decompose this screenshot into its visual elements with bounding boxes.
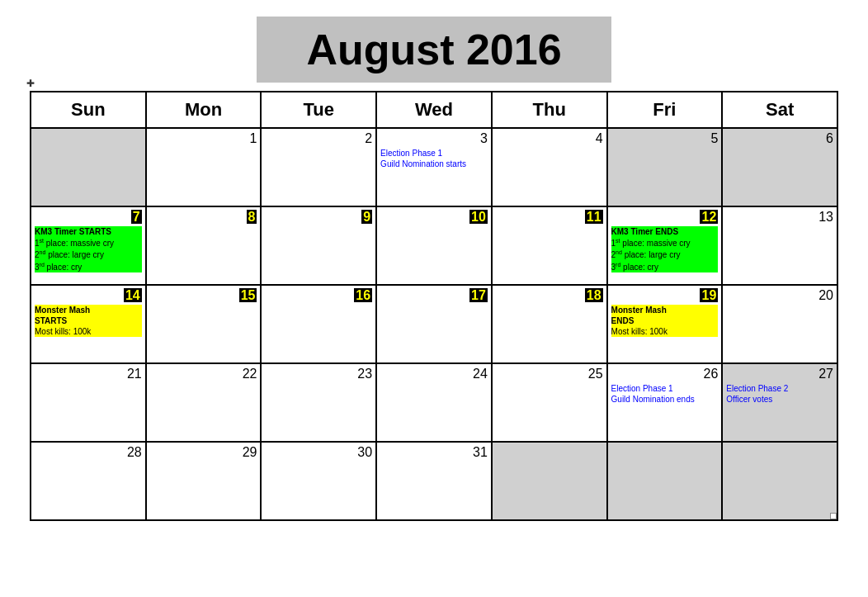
day-number: 17 bbox=[380, 288, 488, 303]
event-yellow-label: Monster Mash bbox=[611, 305, 719, 315]
event-green-body: 3rd place: cry bbox=[35, 261, 142, 272]
day-number: 22 bbox=[150, 367, 257, 381]
event-yellow-label: Monster Mash bbox=[35, 305, 142, 315]
calendar-day-header: Mon bbox=[146, 92, 262, 128]
calendar-day-header: Fri bbox=[607, 92, 723, 128]
calendar-day-header: Thu bbox=[492, 92, 607, 128]
event-blue: Guild Nomination ends bbox=[611, 394, 719, 405]
day-number: 28 bbox=[35, 445, 142, 460]
event-green-label: KM3 Timer ENDS bbox=[611, 226, 719, 237]
calendar-week-row: 28293031 bbox=[31, 442, 837, 520]
calendar-cell: 29 bbox=[146, 442, 262, 520]
calendar-cell: 16 bbox=[261, 285, 376, 363]
page-title: August 2016 bbox=[306, 26, 561, 73]
day-number: 1 bbox=[150, 131, 257, 146]
calendar-cell: 23 bbox=[261, 363, 376, 442]
event-yellow-body: Most kills: 100k bbox=[35, 326, 142, 337]
calendar-cell: 24 bbox=[376, 363, 492, 442]
event-green-label: KM3 Timer STARTS bbox=[35, 226, 142, 237]
calendar-week-row: 212223242526Election Phase 1Guild Nomina… bbox=[31, 363, 837, 442]
calendar-cell: 14Monster MashSTARTSMost kills: 100k bbox=[31, 285, 146, 363]
calendar-cell: 27Election Phase 2Officer votes bbox=[722, 363, 837, 442]
calendar-cell: 22 bbox=[146, 363, 262, 442]
calendar-day-header: Tue bbox=[261, 92, 376, 128]
calendar-week-row: 123Election Phase 1Guild Nomination star… bbox=[31, 128, 837, 206]
calendar-cell: 30 bbox=[261, 442, 376, 520]
day-number: 25 bbox=[496, 367, 603, 381]
calendar-day-header: Sat bbox=[722, 92, 837, 128]
calendar-cell: 11 bbox=[492, 206, 607, 285]
calendar-cell: 19Monster MashENDSMost kills: 100k bbox=[607, 285, 723, 363]
calendar-body: 123Election Phase 1Guild Nomination star… bbox=[31, 128, 837, 520]
calendar-cell: 21 bbox=[31, 363, 146, 442]
day-number: 18 bbox=[496, 288, 603, 303]
event-blue: Election Phase 1 bbox=[380, 148, 488, 159]
calendar-cell: 7KM3 Timer STARTS1st place: massive cry2… bbox=[31, 206, 146, 285]
day-number: 20 bbox=[726, 288, 833, 303]
event-blue: Election Phase 1 bbox=[611, 383, 719, 394]
calendar-cell bbox=[31, 128, 146, 206]
event-green-body: 2nd place: large cry bbox=[35, 249, 142, 260]
calendar-cell: 5 bbox=[607, 128, 723, 206]
day-number: 13 bbox=[726, 210, 833, 225]
day-number: 31 bbox=[380, 445, 488, 460]
day-number: 26 bbox=[611, 367, 719, 381]
calendar-cell: 13 bbox=[722, 206, 837, 285]
day-number: 16 bbox=[265, 288, 372, 303]
calendar-cell: 8 bbox=[146, 206, 262, 285]
day-number: 2 bbox=[265, 131, 372, 146]
day-number: 3 bbox=[380, 131, 488, 146]
calendar-cell: 6 bbox=[722, 128, 837, 206]
day-number: 5 bbox=[611, 131, 719, 146]
move-icon: ✚ bbox=[26, 78, 35, 89]
cell-events: Election Phase 1Guild Nomination ends bbox=[611, 383, 719, 405]
day-number: 6 bbox=[726, 131, 833, 146]
calendar-cell: 9 bbox=[261, 206, 376, 285]
calendar-cell: 26Election Phase 1Guild Nomination ends bbox=[607, 363, 723, 442]
cell-events: Monster MashENDSMost kills: 100k bbox=[611, 305, 719, 337]
calendar-cell bbox=[607, 442, 723, 520]
day-number: 23 bbox=[265, 367, 372, 381]
calendar-cell: 31 bbox=[376, 442, 492, 520]
title-container: August 2016 bbox=[257, 17, 611, 83]
calendar-cell: 18 bbox=[492, 285, 607, 363]
event-blue: Guild Nomination starts bbox=[380, 159, 488, 169]
day-number: 8 bbox=[150, 210, 257, 225]
calendar-cell bbox=[492, 442, 607, 520]
calendar-week-row: 7KM3 Timer STARTS1st place: massive cry2… bbox=[31, 206, 837, 285]
calendar-table: SunMonTueWedThuFriSat 123Election Phase … bbox=[30, 91, 838, 521]
day-number: 4 bbox=[496, 131, 603, 146]
calendar-day-header: Wed bbox=[376, 92, 492, 128]
event-yellow-label: ENDS bbox=[611, 315, 719, 326]
event-blue: Officer votes bbox=[726, 394, 833, 405]
cell-events: Election Phase 1Guild Nomination starts bbox=[380, 148, 488, 169]
calendar-cell: 15 bbox=[146, 285, 262, 363]
day-number: 14 bbox=[35, 288, 142, 303]
calendar-cell: 1 bbox=[146, 128, 262, 206]
event-green-body: 2nd place: large cry bbox=[611, 249, 719, 260]
calendar-cell: 4 bbox=[492, 128, 607, 206]
day-number: 12 bbox=[611, 210, 719, 225]
calendar-cell: 25 bbox=[492, 363, 607, 442]
event-blue: Election Phase 2 bbox=[726, 383, 833, 394]
cell-events: KM3 Timer ENDS1st place: massive cry2nd … bbox=[611, 226, 719, 272]
day-number: 11 bbox=[496, 210, 603, 225]
cell-events: KM3 Timer STARTS1st place: massive cry2n… bbox=[35, 226, 142, 272]
calendar-cell: 3Election Phase 1Guild Nomination starts bbox=[376, 128, 492, 206]
calendar-cell: 20 bbox=[722, 285, 837, 363]
day-number: 27 bbox=[726, 367, 833, 381]
day-number: 30 bbox=[265, 445, 372, 460]
day-number: 7 bbox=[35, 210, 142, 225]
day-number: 9 bbox=[265, 210, 372, 225]
resize-handle[interactable] bbox=[830, 513, 837, 519]
day-number: 10 bbox=[380, 210, 488, 225]
event-green-body: 1st place: massive cry bbox=[35, 237, 142, 249]
day-number: 19 bbox=[611, 288, 719, 303]
calendar-wrapper: ✚ SunMonTueWedThuFriSat 123Election Phas… bbox=[30, 91, 838, 521]
calendar-cell: 2 bbox=[261, 128, 376, 206]
cell-events: Election Phase 2Officer votes bbox=[726, 383, 833, 405]
event-green-body: 1st place: massive cry bbox=[611, 237, 719, 249]
event-yellow-body: Most kills: 100k bbox=[611, 326, 719, 337]
event-yellow-label: STARTS bbox=[35, 315, 142, 326]
day-number: 21 bbox=[35, 367, 142, 381]
